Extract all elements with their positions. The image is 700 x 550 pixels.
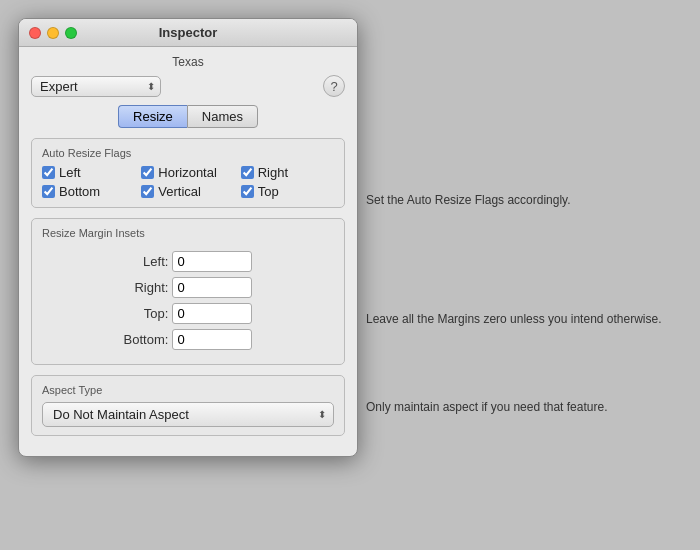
bottom-field-label: Bottom:	[124, 332, 169, 347]
checkbox-grid: Left Horizontal Right Bottom Vertical	[42, 165, 334, 199]
close-button[interactable]	[29, 27, 41, 39]
checkbox-top: Top	[241, 184, 334, 199]
mode-select[interactable]: Expert Basic Advanced	[31, 76, 161, 97]
checkbox-right: Right	[241, 165, 334, 180]
aspect-select[interactable]: Do Not Maintain Aspect Maintain Aspect M…	[42, 402, 334, 427]
right-field-input[interactable]	[172, 277, 252, 298]
auto-resize-flags-section: Auto Resize Flags Left Horizontal Right …	[31, 138, 345, 208]
hint-spacer-2	[366, 215, 686, 305]
bottom-field-input[interactable]	[172, 329, 252, 350]
left-field-input[interactable]	[172, 251, 252, 272]
checkbox-horizontal-label: Horizontal	[158, 165, 217, 180]
tab-row: Resize Names	[31, 105, 345, 128]
traffic-lights	[29, 27, 77, 39]
toolbar-row: Expert Basic Advanced ⬍ ?	[31, 75, 345, 97]
checkbox-horizontal: Horizontal	[141, 165, 234, 180]
hint-auto-resize-text: Set the Auto Resize Flags accordingly.	[366, 186, 571, 215]
top-field-input[interactable]	[172, 303, 252, 324]
aspect-select-wrapper: Do Not Maintain Aspect Maintain Aspect M…	[42, 402, 334, 427]
help-button[interactable]: ?	[323, 75, 345, 97]
checkbox-bottom-input[interactable]	[42, 185, 55, 198]
hint-spacer-1	[366, 18, 686, 186]
hint-margins-text: Leave all the Margins zero unless you in…	[366, 305, 662, 334]
checkbox-bottom: Bottom	[42, 184, 135, 199]
checkbox-bottom-label: Bottom	[59, 184, 100, 199]
tab-resize[interactable]: Resize	[118, 105, 187, 128]
checkbox-left: Left	[42, 165, 135, 180]
hint-aspect: Only maintain aspect if you need that fe…	[366, 393, 686, 422]
checkbox-vertical-label: Vertical	[158, 184, 201, 199]
left-field-label: Left:	[124, 254, 169, 269]
inspector-window: Inspector Texas Expert Basic Advanced ⬍ …	[18, 18, 358, 457]
maximize-button[interactable]	[65, 27, 77, 39]
titlebar: Inspector	[19, 19, 357, 47]
top-field-label: Top:	[124, 306, 169, 321]
hint-spacer-3	[366, 335, 686, 393]
expert-select-wrapper: Expert Basic Advanced ⬍	[31, 76, 161, 97]
panel-subtitle: Texas	[31, 55, 345, 69]
checkbox-horizontal-input[interactable]	[141, 166, 154, 179]
checkbox-right-label: Right	[258, 165, 288, 180]
checkbox-left-label: Left	[59, 165, 81, 180]
hints-panel: Set the Auto Resize Flags accordingly. L…	[358, 0, 700, 422]
checkbox-left-input[interactable]	[42, 166, 55, 179]
tab-names[interactable]: Names	[187, 105, 258, 128]
checkbox-top-input[interactable]	[241, 185, 254, 198]
hint-auto-resize: Set the Auto Resize Flags accordingly.	[366, 186, 686, 215]
hint-aspect-text: Only maintain aspect if you need that fe…	[366, 393, 607, 422]
auto-resize-label: Auto Resize Flags	[42, 147, 334, 159]
window-title: Inspector	[159, 25, 218, 40]
checkbox-vertical: Vertical	[141, 184, 234, 199]
minimize-button[interactable]	[47, 27, 59, 39]
margin-insets-label: Resize Margin Insets	[42, 227, 334, 239]
resize-margin-insets-section: Resize Margin Insets Left: Right: Top: B…	[31, 218, 345, 365]
aspect-type-label: Aspect Type	[42, 384, 334, 396]
checkbox-top-label: Top	[258, 184, 279, 199]
panel-content: Texas Expert Basic Advanced ⬍ ? Resize N…	[19, 47, 357, 456]
checkbox-vertical-input[interactable]	[141, 185, 154, 198]
margin-grid: Left: Right: Top: Bottom:	[42, 245, 334, 356]
aspect-type-section: Aspect Type Do Not Maintain Aspect Maint…	[31, 375, 345, 436]
hint-margins: Leave all the Margins zero unless you in…	[366, 305, 686, 334]
checkbox-right-input[interactable]	[241, 166, 254, 179]
right-field-label: Right:	[124, 280, 169, 295]
